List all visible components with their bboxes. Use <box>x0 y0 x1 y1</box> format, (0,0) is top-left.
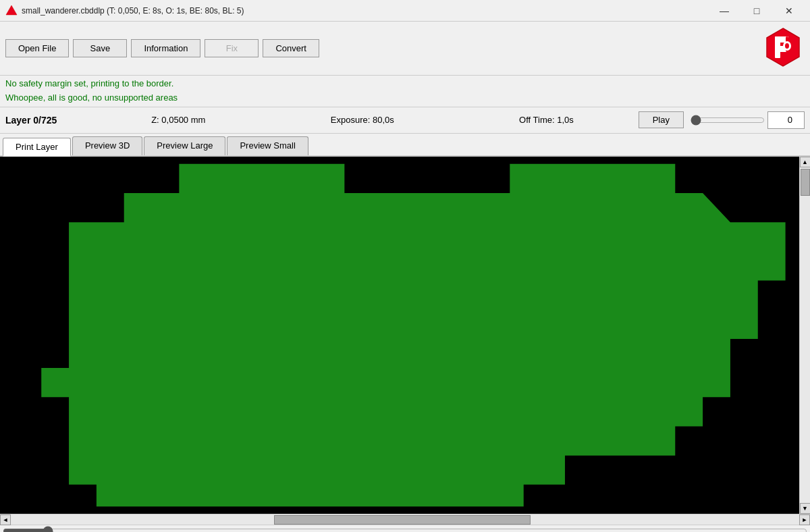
z-position: Z: 0,0500 mm <box>86 115 271 125</box>
tab-preview-large[interactable]: Preview Large <box>144 136 225 155</box>
svg-point-7 <box>785 43 789 49</box>
tab-preview-small[interactable]: Preview Small <box>227 136 308 155</box>
tab-preview-3d[interactable]: Preview 3D <box>72 136 142 155</box>
status-bar: No safety margin set, printing to the bo… <box>0 76 810 107</box>
exposure-time: Exposure: 80,0s <box>271 115 455 125</box>
play-button[interactable]: Play <box>639 111 684 128</box>
layer-counter: Layer 0/725 <box>5 115 86 126</box>
window-controls: — □ ✕ <box>709 3 805 19</box>
save-button[interactable]: Save <box>73 39 127 57</box>
horizontal-scrollbar[interactable]: ◄ ► <box>0 514 810 525</box>
scroll-right-arrow[interactable]: ► <box>799 514 810 525</box>
fix-button[interactable]: Fix <box>205 39 259 57</box>
print-layer-canvas <box>0 157 799 514</box>
window-title: small_wanderer.cbddlp (T: 0,050, E: 8s, … <box>22 6 709 16</box>
scroll-left-arrow[interactable]: ◄ <box>0 514 11 525</box>
scroll-up-arrow[interactable]: ▲ <box>800 157 811 167</box>
layer-number-input[interactable] <box>767 111 805 129</box>
layer-info-row: Layer 0/725 Z: 0,0500 mm Exposure: 80,0s… <box>0 107 810 134</box>
scroll-thumb-horizontal[interactable] <box>274 515 531 525</box>
svg-marker-0 <box>6 5 17 15</box>
status-line-1: No safety margin set, printing to the bo… <box>5 77 805 91</box>
bottom-slider[interactable] <box>3 526 807 532</box>
minimize-button[interactable]: — <box>709 3 740 19</box>
scroll-thumb-vertical[interactable] <box>801 169 810 196</box>
information-button[interactable]: Information <box>131 39 200 57</box>
bottom-slider-row <box>0 525 810 532</box>
app-icon <box>5 5 18 17</box>
scroll-down-arrow[interactable]: ▼ <box>800 503 811 514</box>
off-time: Off Time: 1,0s <box>454 115 639 125</box>
toolbar: Open File Save Information Fix Convert <box>0 22 810 76</box>
vertical-scrollbar[interactable]: ▲ ▼ <box>799 157 810 514</box>
app-logo <box>761 26 805 69</box>
scroll-track-vertical[interactable] <box>800 167 811 503</box>
tab-bar: Print Layer Preview 3D Preview Large Pre… <box>0 134 810 157</box>
status-line-2: Whoopee, all is good, no unsupported are… <box>5 91 805 105</box>
canvas-container <box>0 157 799 514</box>
layer-slider[interactable] <box>691 115 765 126</box>
open-file-button[interactable]: Open File <box>5 39 69 57</box>
scroll-track-horizontal[interactable] <box>11 514 799 525</box>
svg-marker-9 <box>41 163 785 506</box>
title-bar: small_wanderer.cbddlp (T: 0,050, E: 8s, … <box>0 0 810 22</box>
main-content-area: ▲ ▼ <box>0 157 810 514</box>
maximize-button[interactable]: □ <box>741 3 772 19</box>
close-button[interactable]: ✕ <box>774 3 805 19</box>
convert-button[interactable]: Convert <box>263 39 319 57</box>
logo-area <box>761 26 805 71</box>
tab-print-layer[interactable]: Print Layer <box>3 138 71 157</box>
layer-slider-container <box>691 111 805 129</box>
